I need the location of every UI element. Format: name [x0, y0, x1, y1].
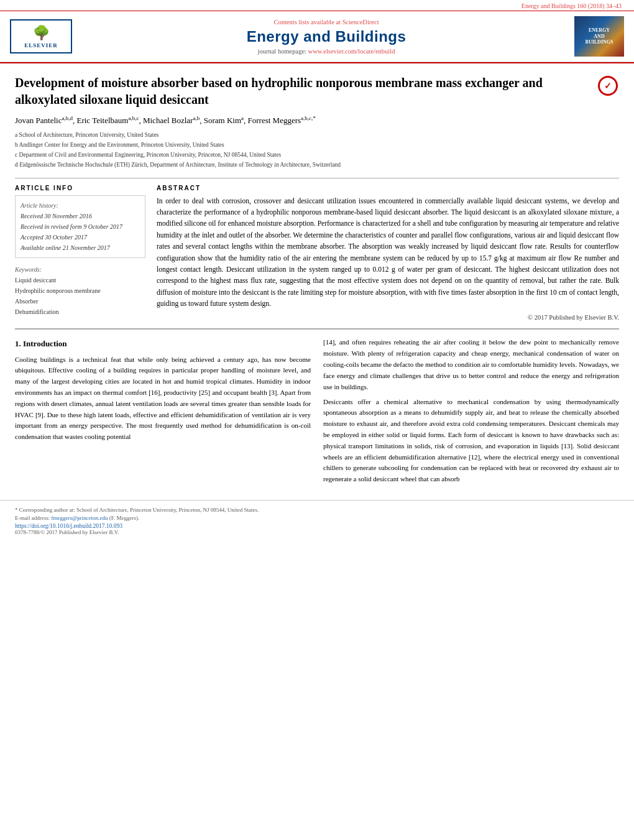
info-abstract-columns: Article Info Article history: Received 3… [15, 185, 619, 321]
abstract-text: In order to deal with corrosion, crossov… [157, 195, 619, 310]
body-col2-text: [14], and often requires reheating the a… [323, 337, 619, 392]
keyword-1: Liquid desiccant [15, 275, 145, 285]
keyword-2: Hydrophilic nonporous membrane [15, 285, 145, 296]
journal-main-header: 🌳 ELSEVIER Contents lists available at S… [0, 11, 634, 62]
journal-volume-info: Energy and Buildings 160 (2018) 34–43 [521, 2, 622, 9]
elsevier-tree-icon: 🌳 [33, 25, 50, 41]
keywords-label: Keywords: [15, 266, 42, 273]
keywords-box: Keywords: Liquid desiccant Hydrophilic n… [15, 264, 145, 317]
affil-d: d Eidgenössische Technische Hochschule (… [15, 160, 619, 170]
journal-center: Contents lists available at ScienceDirec… [78, 19, 574, 55]
article-info-label: Article Info [15, 185, 145, 192]
author5-name: Forrest Meggers [248, 116, 301, 125]
crossmark-logo[interactable]: ✓ [597, 75, 619, 97]
author2-affil: a,b,c [128, 115, 139, 121]
body-columns: 1. Introduction Cooling buildings is a t… [15, 337, 619, 489]
journal-homepage: journal homepage: www.elsevier.com/locat… [78, 48, 574, 55]
author3-name: Michael Bozlar [143, 116, 193, 125]
abstract-paragraph: In order to deal with corrosion, crossov… [157, 195, 619, 310]
accepted-date: Accepted 30 October 2017 [21, 232, 140, 242]
contents-line: Contents lists available at ScienceDirec… [78, 19, 574, 25]
doi-line: https://doi.org/10.1016/j.enbuild.2017.1… [15, 523, 619, 529]
elsevier-logo: 🌳 ELSEVIER [10, 19, 72, 53]
author1-name: Jovan Pantelic [15, 116, 62, 125]
affil-b: b Andlinger Center for Energy and the En… [15, 141, 619, 150]
email-label: E-mail address: [15, 515, 50, 521]
journal-name: Energy and Buildings [78, 28, 574, 45]
affiliations: a School of Architecture, Princeton Univ… [15, 131, 619, 170]
footnote-corresponding: * Corresponding author at: School of Arc… [15, 507, 619, 513]
received-date: Received 30 November 2016 [21, 211, 140, 221]
journal-thumbnail: ENERGYANDBUILDINGS [574, 16, 624, 57]
journal-url[interactable]: www.elsevier.com/locate/enbuild [308, 48, 395, 55]
issn-line: 0378-7788/© 2017 Published by Elsevier B… [15, 529, 619, 535]
email-link[interactable]: fmeggers@princeton.edu [51, 515, 108, 521]
copyright-line: © 2017 Published by Elsevier B.V. [157, 314, 619, 321]
article-title-section: Development of moisture absorber based o… [15, 75, 619, 108]
email-person: (F. Meggers). [109, 515, 140, 521]
body-divider [15, 328, 619, 330]
article-info-column: Article Info Article history: Received 3… [15, 185, 145, 321]
page-footer: * Corresponding author at: School of Arc… [0, 500, 634, 540]
author5-affil: a,b,c,* [301, 115, 316, 121]
article-title: Development of moisture absorber based o… [15, 75, 590, 108]
sciencedirect-link[interactable]: ScienceDirect [342, 19, 379, 25]
elsevier-label: ELSEVIER [24, 42, 58, 48]
crossmark-icon: ✓ [598, 76, 618, 96]
journal-top-bar: Energy and Buildings 160 (2018) 34–43 [0, 0, 634, 11]
section1-heading: 1. Introduction [15, 337, 311, 350]
doi-link[interactable]: https://doi.org/10.1016/j.enbuild.2017.1… [15, 523, 122, 529]
author3-affil: a,b [193, 115, 200, 121]
abstract-column: ABSTRACT In order to deal with corrosion… [157, 185, 619, 321]
author4-affil: a [241, 115, 244, 121]
section-divider-1 [15, 178, 619, 178]
body-col-right: [14], and often requires reheating the a… [323, 337, 619, 489]
article-content: Development of moisture absorber based o… [0, 63, 634, 500]
affil-c: c Department of Civil and Environmental … [15, 150, 619, 160]
body-col2-para2: Desiccants offer a chemical alternative … [323, 397, 619, 486]
article-history-box: Article history: Received 30 November 20… [15, 195, 145, 258]
abstract-label: ABSTRACT [157, 185, 619, 192]
author4-name: Soram Kim [204, 116, 241, 125]
footnote-email-line: E-mail address: fmeggers@princeton.edu (… [15, 515, 619, 521]
body-col1-text: Cooling buildings is a technical feat th… [15, 354, 311, 443]
article-history-label: Article history: [21, 200, 140, 211]
keyword-4: Dehumidification [15, 307, 145, 317]
authors-line: Jovan Pantelica,b,d, Eric Teitelbauma,b,… [15, 114, 619, 127]
affil-a: a School of Architecture, Princeton Univ… [15, 131, 619, 140]
body-col-left: 1. Introduction Cooling buildings is a t… [15, 337, 311, 489]
author2-name: Eric Teitelbaum [76, 116, 128, 125]
author1-affil: a,b,d [62, 115, 73, 121]
keyword-3: Absorber [15, 296, 145, 307]
journal-header: Energy and Buildings 160 (2018) 34–43 🌳 … [0, 0, 634, 63]
online-date: Available online 21 November 2017 [21, 242, 140, 253]
revised-date: Received in revised form 9 October 2017 [21, 221, 140, 232]
